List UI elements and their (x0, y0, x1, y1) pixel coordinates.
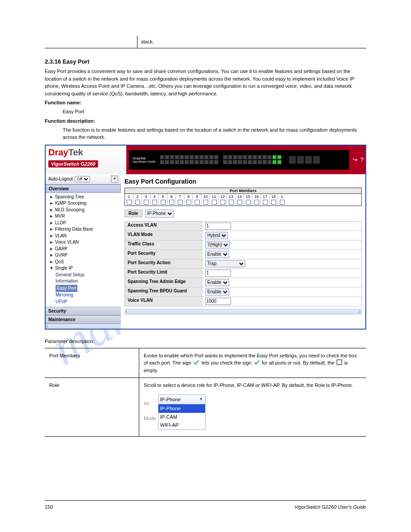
port-checkbox[interactable] (133, 199, 142, 206)
main-panel: Easy Port Configuration Port Members 123… (121, 174, 365, 329)
help-icon[interactable]: ? (360, 156, 364, 163)
sidebar-item-easy-port[interactable]: Easy Port (56, 285, 121, 292)
cropped-text-mode: Mode (144, 415, 156, 422)
function-name-value: Easy Port (63, 108, 366, 116)
port-checkbox[interactable] (159, 199, 167, 206)
checkbox-glyph (337, 360, 342, 365)
port-number: 5 (159, 194, 167, 199)
cfg-stp-edge-k: Spanning Tree Admin Edge (125, 278, 202, 287)
port-number: 1 (125, 194, 133, 199)
sidebar-item[interactable]: GVRP (49, 252, 121, 259)
sidebar-item[interactable]: Voice VLAN (49, 239, 121, 246)
port-checkbox[interactable] (218, 199, 227, 206)
port-number: 10 (201, 194, 210, 199)
port-number: 7 (176, 194, 184, 199)
port-checkbox[interactable] (261, 199, 270, 206)
auto-logout-row: Auto-Logout Off + (46, 174, 121, 184)
port-checkbox[interactable] (244, 199, 253, 206)
port-checkbox[interactable] (125, 199, 133, 206)
sidebar-item[interactable]: Spanning Tree (49, 194, 121, 201)
page-title: Easy Port Configuration (124, 178, 362, 185)
intro-paragraph: Easy Port provides a convenient way to s… (45, 68, 366, 97)
dropdown-option[interactable]: IP-CAM (158, 413, 205, 421)
port-checkbox[interactable] (193, 199, 201, 206)
header-bar: DrayTek VigorSwitch G2260 DrayTek VigorS… (46, 146, 365, 174)
cfg-access-vlan-input[interactable] (205, 223, 231, 230)
cfg-voice-vlan-input[interactable] (205, 298, 231, 305)
intro-v: stack. (137, 36, 367, 48)
sidebar-cat-security[interactable]: Security (46, 307, 121, 315)
port-number: 2 (133, 194, 142, 199)
dropdown-value: IP-Phone (160, 396, 181, 403)
parameter-table: Port Members Evoke to enable which Port … (45, 348, 366, 437)
port-checkbox[interactable] (227, 199, 235, 206)
port-number: 14 (235, 194, 244, 199)
port-number: 18 (270, 194, 278, 199)
sidebar: Auto-Logout Off + Overview Spanning Tree… (46, 174, 121, 329)
port-checkbox[interactable] (270, 199, 278, 206)
cfg-access-vlan-k: Access VLAN (125, 222, 202, 231)
cfg-port-sec-limit-k: Port Security Limit (125, 269, 202, 278)
dropdown-option[interactable]: WIFI-AP (158, 421, 205, 429)
port-number: 1 (278, 194, 286, 199)
function-desc-value: The function is to enable features and s… (63, 126, 366, 141)
cfg-traffic-class-select[interactable]: 7(High) (205, 241, 230, 249)
param-port-members-k: Port Members (45, 348, 139, 378)
config-table: Access VLAN VLAN ModeHybrid Traffic Clas… (124, 221, 362, 306)
expand-icon[interactable]: + (111, 176, 118, 183)
device-image: DrayTek VigorSwitch G2260 (129, 150, 349, 170)
port-checkbox[interactable] (201, 199, 210, 206)
port-checkbox[interactable] (142, 199, 150, 206)
port-number: 3 (142, 194, 150, 199)
port-number: 6 (167, 194, 176, 199)
brand-logo: DrayTek (48, 147, 124, 158)
cfg-voice-vlan-k: Voice VLAN (125, 297, 202, 306)
sidebar-item[interactable]: MVR (49, 213, 121, 220)
dropdown-option[interactable]: IP-Phone (158, 404, 205, 413)
port-checkbox[interactable] (184, 199, 193, 206)
port-checkbox[interactable] (253, 199, 261, 206)
cfg-vlan-mode-select[interactable]: Hybrid (205, 232, 228, 239)
sidebar-subitem[interactable]: Information (56, 278, 121, 285)
cfg-port-sec-select[interactable]: Enable (205, 251, 229, 258)
cfg-stp-edge-select[interactable]: Enable (205, 279, 229, 286)
sidebar-overview-header[interactable]: Overview (46, 184, 121, 193)
role-select[interactable]: IP-Phone (145, 210, 174, 218)
sidebar-item[interactable]: Filtering Data Base (49, 226, 121, 233)
cfg-traffic-class-k: Traffic Class (125, 240, 202, 249)
sidebar-item[interactable]: LLDP (49, 220, 121, 227)
sidebar-item[interactable]: GARP (49, 246, 121, 253)
sidebar-subitem[interactable]: General Setup (56, 272, 121, 279)
sidebar-item-single-ip[interactable]: Single IP (49, 265, 121, 272)
sidebar-item[interactable]: IGMP Snooping (49, 200, 121, 207)
sidebar-scrollbar[interactable] (46, 324, 121, 329)
cfg-port-sec-limit-input[interactable] (205, 270, 231, 277)
role-dropdown-screenshot: IP-Phone ▼ IP-PhoneIP-CAMWIFI-AP (158, 395, 206, 430)
port-number: 4 (150, 194, 159, 199)
port-checkbox[interactable] (176, 199, 184, 206)
sidebar-subitem[interactable]: UPnP (56, 299, 121, 305)
port-number: 16 (253, 194, 261, 199)
horizontal-scrollbar[interactable] (124, 309, 362, 315)
cfg-port-sec-action-select[interactable]: Trap (205, 260, 245, 267)
sidebar-item[interactable]: VLAN (49, 233, 121, 240)
sidebar-subitem[interactable]: Mirroring (56, 292, 121, 299)
port-number: 11 (210, 194, 218, 199)
port-checkbox[interactable] (235, 199, 244, 206)
port-checkbox[interactable] (150, 199, 159, 206)
port-number: 17 (261, 194, 270, 199)
logout-icon[interactable]: ↪ (353, 156, 358, 163)
product-name: VigorSwitch G2260 (48, 160, 98, 167)
port-checkbox[interactable] (278, 199, 286, 206)
auto-logout-select[interactable]: Off (75, 176, 90, 182)
footer-rule (45, 500, 366, 501)
port-checkbox[interactable] (210, 199, 218, 206)
sidebar-item[interactable]: QoS (49, 259, 121, 266)
sidebar-cat-maintenance[interactable]: Maintenance (46, 315, 121, 324)
cfg-port-sec-action-k: Port Security Action (125, 259, 202, 268)
param-desc-heading: Parameter description: (45, 338, 366, 345)
intro-table: stack. (45, 36, 366, 48)
sidebar-item[interactable]: MLD Snooping (49, 207, 121, 214)
port-checkbox[interactable] (167, 199, 176, 206)
cfg-stp-bpdu-select[interactable]: Enable (205, 288, 229, 296)
